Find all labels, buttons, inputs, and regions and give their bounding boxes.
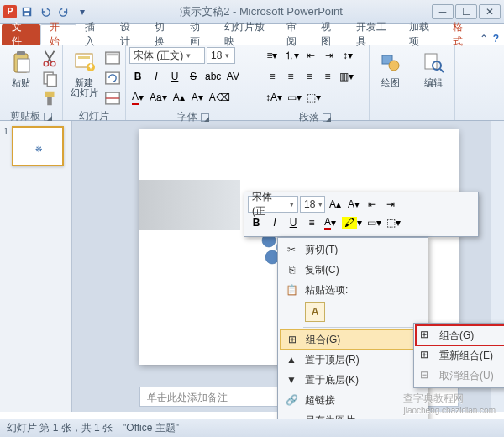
justify-icon[interactable]: ≡ xyxy=(319,68,336,85)
font-color-icon[interactable]: A▾ xyxy=(129,89,146,106)
reset-icon[interactable] xyxy=(103,69,122,87)
tab-format[interactable]: 格式 xyxy=(444,24,480,45)
ctx-copy[interactable]: ⎘复制(C) xyxy=(280,260,426,280)
tab-animation[interactable]: 动画 xyxy=(181,24,217,45)
tab-home[interactable]: 开始 xyxy=(40,24,77,45)
paragraph-launcher[interactable] xyxy=(323,113,331,122)
tab-developer[interactable]: 开发工具 xyxy=(348,24,401,45)
window-title: 演示文稿2 - Microsoft PowerPoint xyxy=(91,4,432,19)
tab-design[interactable]: 设计 xyxy=(112,24,147,45)
status-theme: "Office 主题" xyxy=(123,421,179,435)
ctx-send-back[interactable]: ▼置于底层(K)▸ xyxy=(280,370,426,390)
ctx-group[interactable]: ⊞组合(G)▸ xyxy=(280,329,426,350)
mini-shrink-icon[interactable]: A▾ xyxy=(345,196,362,213)
align-right-icon[interactable]: ≡ xyxy=(301,68,318,85)
mini-arrange-icon[interactable]: ⬚▾ xyxy=(385,214,402,231)
mini-underline-icon[interactable]: U xyxy=(285,214,302,231)
format-painter-icon[interactable] xyxy=(40,89,59,108)
minimize-ribbon-icon[interactable]: ⌃ xyxy=(480,33,488,45)
underline-icon[interactable]: U xyxy=(166,68,183,85)
tab-review[interactable]: 审阅 xyxy=(278,24,313,45)
mini-align-icon[interactable]: ≡ xyxy=(303,214,320,231)
line-spacing-icon[interactable]: ↕▾ xyxy=(339,47,356,64)
svg-rect-5 xyxy=(18,59,29,72)
close-button[interactable]: ✕ xyxy=(479,4,501,19)
editing-button[interactable]: 编辑 xyxy=(416,47,451,89)
italic-icon[interactable]: I xyxy=(148,68,165,85)
shadow-icon[interactable]: abc xyxy=(203,68,223,85)
new-slide-label: 新建 幻灯片 xyxy=(71,77,98,97)
svg-line-25 xyxy=(440,69,444,72)
ctx-cut[interactable]: ✂剪切(T) xyxy=(280,240,426,260)
svg-rect-2 xyxy=(24,12,29,15)
find-icon xyxy=(420,49,447,76)
section-icon[interactable] xyxy=(103,89,122,108)
group-slides: ✦ 新建 幻灯片 幻灯片 xyxy=(63,45,126,120)
mini-indent-inc-icon[interactable]: ⇥ xyxy=(382,196,399,213)
svg-rect-9 xyxy=(47,75,56,87)
svg-rect-4 xyxy=(17,51,25,55)
save-icon[interactable] xyxy=(18,3,35,20)
mini-font-combo[interactable]: 宋体 (正▾ xyxy=(248,196,298,213)
qat-dropdown-icon[interactable]: ▾ xyxy=(74,3,91,20)
thumb-number: 1 xyxy=(3,126,8,166)
shape-rectangle[interactable] xyxy=(139,180,240,230)
change-case-icon[interactable]: Aa▾ xyxy=(148,89,169,106)
font-size-combo[interactable]: 18▾ xyxy=(207,47,235,64)
font-launcher[interactable] xyxy=(201,113,209,122)
maximize-button[interactable]: ☐ xyxy=(455,4,477,19)
tab-file[interactable]: 文件 xyxy=(2,24,40,45)
sub-group[interactable]: ⊞组合(G) xyxy=(416,325,504,345)
mini-bold-icon[interactable]: B xyxy=(248,214,265,231)
mini-grow-icon[interactable]: A▴ xyxy=(327,196,344,213)
mini-color-icon[interactable]: A▾ xyxy=(322,214,339,231)
strike-icon[interactable]: S xyxy=(185,68,202,85)
tab-view[interactable]: 视图 xyxy=(312,24,348,45)
editing-label: 编辑 xyxy=(424,77,443,87)
minimize-button[interactable]: ─ xyxy=(432,4,454,19)
mini-fill-icon[interactable]: 🖍▾ xyxy=(340,214,364,231)
bullets-icon[interactable]: ≡▾ xyxy=(264,47,281,64)
redo-icon[interactable] xyxy=(55,3,72,20)
shrink-font-icon[interactable]: A▾ xyxy=(189,89,206,106)
align-center-icon[interactable]: ≡ xyxy=(282,68,299,85)
indent-dec-icon[interactable]: ⇤ xyxy=(302,47,319,64)
tab-addins[interactable]: 加载项 xyxy=(401,24,444,45)
paste-button[interactable]: 粘贴 xyxy=(3,47,39,89)
group-paragraph: ≡▾ ⒈▾ ⇤ ⇥ ↕▾ ≡ ≡ ≡ ≡ ▥▾ ↕A▾ ▭▾ ⬚▾ 段落 xyxy=(260,45,370,120)
tab-transition[interactable]: 切换 xyxy=(146,24,181,45)
clipboard-launcher[interactable] xyxy=(44,113,52,121)
align-text-icon[interactable]: ▭▾ xyxy=(286,89,303,106)
layout-icon[interactable] xyxy=(103,49,122,67)
copy-icon[interactable] xyxy=(40,69,59,87)
mini-size-combo[interactable]: 18▾ xyxy=(300,196,325,213)
text-direction-icon[interactable]: ↕A▾ xyxy=(264,89,284,106)
ribbon: 粘贴 剪贴板 ✦ 新建 幻灯片 幻灯片 宋体 ( xyxy=(0,45,504,121)
indent-inc-icon[interactable]: ⇥ xyxy=(321,47,338,64)
columns-icon[interactable]: ▥▾ xyxy=(338,68,355,85)
mini-indent-dec-icon[interactable]: ⇤ xyxy=(364,196,381,213)
clear-format-icon[interactable]: A⌫ xyxy=(207,89,232,106)
slide-thumbnail[interactable]: ❋ xyxy=(12,126,64,166)
numbering-icon[interactable]: ⒈▾ xyxy=(282,47,301,64)
font-name-combo[interactable]: 宋体 (正文)▾ xyxy=(129,47,205,64)
smartart-icon[interactable]: ⬚▾ xyxy=(305,89,323,106)
tab-slideshow[interactable]: 幻灯片放映 xyxy=(216,24,278,45)
ctx-bring-front[interactable]: ▲置于顶层(R)▸ xyxy=(280,350,426,370)
cut-icon[interactable] xyxy=(40,49,59,67)
bold-icon[interactable]: B xyxy=(129,68,146,85)
help-icon[interactable]: ? xyxy=(493,33,499,45)
mini-italic-icon[interactable]: I xyxy=(266,214,283,231)
drawing-button[interactable]: 绘图 xyxy=(373,47,408,89)
spacing-icon[interactable]: AV xyxy=(224,68,241,85)
svg-text:✦: ✦ xyxy=(87,61,95,72)
tab-insert[interactable]: 插入 xyxy=(76,24,112,45)
align-left-icon[interactable]: ≡ xyxy=(264,68,281,85)
paste-label: 粘贴 xyxy=(12,77,30,87)
paste-option-keep-text[interactable]: A xyxy=(305,302,325,322)
grow-font-icon[interactable]: A▴ xyxy=(171,89,187,106)
undo-icon[interactable] xyxy=(37,3,54,20)
mini-outline-icon[interactable]: ▭▾ xyxy=(365,214,383,231)
new-slide-button[interactable]: ✦ 新建 幻灯片 xyxy=(66,47,102,99)
sub-regroup[interactable]: ⊞重新组合(E) xyxy=(416,345,504,366)
